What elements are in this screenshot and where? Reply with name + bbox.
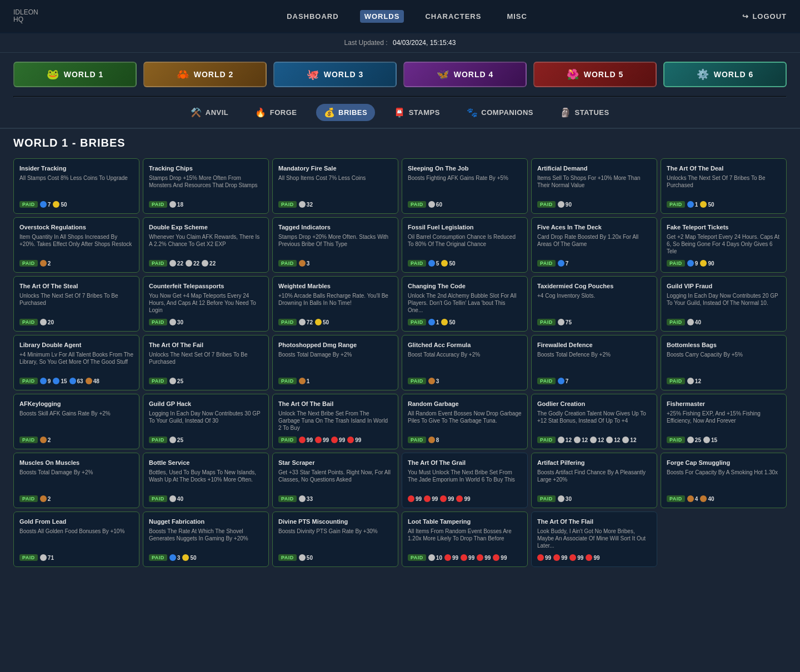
bribe-name: Library Double Agent <box>19 341 133 349</box>
silver-coin-icon <box>40 319 47 325</box>
cost-badge: 3 <box>428 378 439 384</box>
paid-badge: PAID <box>408 437 426 443</box>
bribes-grid: Insider TrackingAll Stamps Cost 8% Less … <box>0 155 800 580</box>
bribe-card: Sleeping On The JobBoosts Fighting AFK G… <box>402 158 528 214</box>
world-button-world-6[interactable]: ⚙️WORLD 6 <box>663 62 787 87</box>
cost-badge: 50 <box>441 319 455 325</box>
cost-value: 1 <box>307 378 310 384</box>
paid-badge: PAID <box>408 378 426 384</box>
cost-badge: 99 <box>586 554 599 561</box>
tab-bribes[interactable]: 💰BRIBES <box>316 104 376 121</box>
world-label: WORLD 5 <box>584 70 624 79</box>
world-icon: 🌺 <box>567 68 579 81</box>
last-updated-label: Last Updated : <box>344 39 388 47</box>
bribe-name: Divine PTS Miscounting <box>278 518 392 525</box>
paid-badge: PAID <box>537 260 556 267</box>
tab-label: STAMPS <box>409 108 440 117</box>
cost-badge: 2 <box>40 260 51 267</box>
world-button-world-4[interactable]: 🦋WORLD 4 <box>403 62 527 87</box>
bribe-name: Glitched Acc Formula <box>408 341 522 349</box>
bribe-card: Taxidermied Cog Pouches+4 Cog Inventory … <box>531 276 657 332</box>
copper-coin-icon <box>40 260 47 267</box>
bribe-footer: PAID99999999 <box>278 437 392 443</box>
nav-item-misc[interactable]: MISC <box>502 10 532 23</box>
paid-badge: PAID <box>667 378 685 384</box>
cost-value: 1 <box>695 202 698 208</box>
copper-coin-icon <box>428 437 435 443</box>
paid-badge: PAID <box>149 495 167 502</box>
bribe-card: The Art Of The StealUnlocks The Next Set… <box>13 276 139 332</box>
bribe-card: The Art Of The FailUnlocks The Next Set … <box>143 335 269 390</box>
tab-stamps[interactable]: 📮STAMPS <box>386 104 448 121</box>
bribe-name: Bottle Service <box>149 459 263 467</box>
cost-badge: 3 <box>169 554 181 561</box>
bribe-footer: PAID2 <box>19 437 133 443</box>
bribe-footer: 99999999 <box>537 554 651 561</box>
cost-badge: 12 <box>606 437 620 443</box>
cost-badge: 99 <box>569 554 583 561</box>
header: IDLEON HQ DASHBOARDWORLDSCHARACTERSMISC … <box>0 0 800 33</box>
bribe-card: Double Exp SchemeWhenever You Claim AFK … <box>143 217 269 273</box>
nav-item-worlds[interactable]: WORLDS <box>360 10 404 23</box>
bribe-card: Artifact PilferingBoosts Artifact Find C… <box>531 453 657 508</box>
silver-coin-icon <box>687 378 694 384</box>
logo: IDLEON HQ <box>13 9 38 23</box>
cost-value: 12 <box>566 437 572 443</box>
bribe-name: Taxidermied Cog Pouches <box>537 282 651 290</box>
cost-badge: 99 <box>444 554 458 561</box>
bribe-desc: Unlocks The Next Set Of 7 Bribes To Be P… <box>667 174 781 197</box>
bribe-footer: PAID60 <box>408 201 522 208</box>
bribe-name: The Art Of The Steal <box>19 282 133 290</box>
logout-button[interactable]: ↪ LOGOUT <box>742 12 787 21</box>
bribe-desc: Boost Total Accuracy By +2% <box>408 351 522 373</box>
bribe-card: Divine PTS MiscountingBoosts Divinity PT… <box>272 511 398 567</box>
paid-badge: PAID <box>19 495 38 502</box>
silver-coin-icon <box>40 554 47 561</box>
cost-value: 25 <box>695 437 701 443</box>
bribe-card: Library Double Agent+4 Minimum Lv For Al… <box>13 335 139 390</box>
bribe-footer: PAID20 <box>19 319 133 325</box>
silver-coin-icon <box>687 319 694 325</box>
nav-item-characters[interactable]: CHARACTERS <box>421 10 486 23</box>
bribe-footer: PAID7250 <box>278 319 392 325</box>
cost-badge: 40 <box>700 495 714 502</box>
bribe-desc: Boosts Fighting AFK Gains Rate By +5% <box>408 174 522 197</box>
cost-badge: 18 <box>169 201 183 208</box>
silver-coin-icon <box>606 437 613 443</box>
tab-statues[interactable]: 🗿STATUES <box>552 104 617 121</box>
red-coin-icon <box>456 495 463 502</box>
world-button-world-2[interactable]: 🦀WORLD 2 <box>143 62 267 87</box>
tab-icon-companions: 🐾 <box>467 107 478 118</box>
bribe-footer: PAID25 <box>149 437 263 443</box>
bribe-desc: Boosts Divinity PTS Gain Rate By +30% <box>278 528 392 550</box>
cost-badge: 72 <box>299 319 313 325</box>
bribe-card: Overstock RegulationsItem Quantity In Al… <box>13 217 139 273</box>
silver-coin-icon <box>299 495 306 502</box>
tab-companions[interactable]: 🐾COMPANIONS <box>459 104 541 121</box>
paid-badge: PAID <box>19 260 38 267</box>
cost-value: 15 <box>711 437 717 443</box>
bribe-card: Mandatory Fire SaleAll Shop Items Cost 7… <box>272 158 398 214</box>
tabs-bar: ⚒️ANVIL🔥FORGE💰BRIBES📮STAMPS🐾COMPANIONS🗿S… <box>0 97 800 129</box>
cost-value: 2 <box>48 437 51 443</box>
world-button-world-3[interactable]: 🐙WORLD 3 <box>273 62 397 87</box>
cost-value: 25 <box>177 437 183 443</box>
bribe-desc: All Shop Items Cost 7% Less Coins <box>278 174 392 197</box>
bribe-footer: PAID750 <box>19 201 133 208</box>
cost-value: 50 <box>708 202 714 208</box>
nav-item-dashboard[interactable]: DASHBOARD <box>282 10 343 23</box>
cost-badge: 99 <box>440 495 454 502</box>
bribe-name: Photoshopped Dmg Range <box>278 341 392 349</box>
bribe-desc: Boosts The Rate At Which The Shovel Gene… <box>149 528 263 550</box>
cost-value: 99 <box>416 496 422 502</box>
cost-value: 12 <box>614 437 620 443</box>
tab-forge[interactable]: 🔥FORGE <box>247 104 304 121</box>
bribe-footer: PAID2 <box>19 495 133 502</box>
world-button-world-1[interactable]: 🐸WORLD 1 <box>13 62 137 87</box>
bribe-name: The Art Of The Flail <box>537 518 651 525</box>
cost-badge: 50 <box>441 260 455 267</box>
tab-anvil[interactable]: ⚒️ANVIL <box>183 104 236 121</box>
bribe-footer: PAID30 <box>537 495 651 502</box>
world-button-world-5[interactable]: 🌺WORLD 5 <box>533 62 657 87</box>
blue-coin-icon <box>40 201 47 208</box>
